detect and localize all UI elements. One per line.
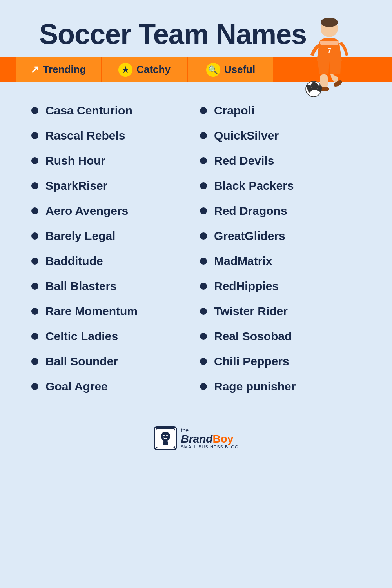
- content-section: Casa CenturionRascal RebelsRush HourSpar…: [0, 82, 392, 415]
- list-item: Barely Legal: [31, 223, 200, 249]
- team-name: Black Packers: [214, 179, 294, 193]
- team-name: Casa Centurion: [45, 103, 132, 118]
- list-item: MadMatrix: [200, 249, 368, 274]
- team-name: Ball Sounder: [45, 354, 118, 368]
- tab-accent-left: [0, 57, 16, 82]
- team-name: Rush Hour: [45, 154, 105, 168]
- list-item: SparkRiser: [31, 173, 200, 198]
- list-item: Ball Sounder: [31, 349, 200, 374]
- list-item: Casa Centurion: [31, 98, 200, 123]
- list-item: Real Sosobad: [200, 324, 368, 349]
- tab-trending-label: Trending: [43, 64, 86, 76]
- svg-point-9: [163, 435, 165, 436]
- team-name: Badditude: [45, 254, 103, 268]
- bullet: [200, 308, 207, 315]
- bullet: [200, 333, 207, 340]
- team-name: RedHippies: [214, 279, 279, 293]
- bullet: [31, 232, 38, 240]
- list-item: Rush Hour: [31, 148, 200, 173]
- list-item: Chili Peppers: [200, 349, 368, 374]
- team-name: Goal Agree: [45, 379, 108, 394]
- team-name: SparkRiser: [45, 179, 107, 193]
- team-name: MadMatrix: [214, 254, 272, 268]
- team-name: Ball Blasters: [45, 279, 117, 293]
- list-item: RedHippies: [200, 274, 368, 299]
- team-name: Rage punisher: [214, 379, 296, 394]
- left-column: Casa CenturionRascal RebelsRush HourSpar…: [31, 98, 200, 399]
- tab-catchy-label: Catchy: [136, 64, 171, 76]
- svg-point-1: [321, 18, 338, 27]
- tab-useful-label: Useful: [224, 64, 255, 76]
- bullet: [200, 283, 207, 290]
- list-item: Badditude: [31, 249, 200, 274]
- list-item: Rascal Rebels: [31, 123, 200, 148]
- soccer-player-illustration: 7: [274, 12, 361, 102]
- bullet: [31, 107, 38, 114]
- list-item: Aero Avengers: [31, 198, 200, 223]
- bullet: [200, 258, 207, 265]
- tab-useful[interactable]: 🔍 Useful: [188, 57, 274, 82]
- bullet: [200, 182, 207, 189]
- team-name: Barely Legal: [45, 229, 115, 243]
- bullet: [31, 157, 38, 164]
- bullet: [200, 232, 207, 240]
- brand-text: the BrandBoy SMALL BUSINESS BLOG: [181, 427, 239, 449]
- brand-logo: the BrandBoy SMALL BUSINESS BLOG: [154, 426, 239, 450]
- list-item: Black Packers: [200, 173, 368, 198]
- brand-tagline: SMALL BUSINESS BLOG: [181, 445, 239, 449]
- list-item: Goal Agree: [31, 374, 200, 399]
- team-name: Rascal Rebels: [45, 129, 125, 143]
- team-name: Real Sosobad: [214, 329, 292, 343]
- bullet: [31, 358, 38, 365]
- list-item: Celtic Ladies: [31, 324, 200, 349]
- brand-icon: [154, 426, 177, 450]
- list-item: Ball Blasters: [31, 274, 200, 299]
- list-item: Rare Momentum: [31, 299, 200, 324]
- useful-icon: 🔍: [206, 63, 220, 77]
- team-name: Rare Momentum: [45, 304, 138, 318]
- team-name: Red Devils: [214, 154, 274, 168]
- list-item: Red Devils: [200, 148, 368, 173]
- team-name: Chili Peppers: [214, 354, 289, 368]
- tab-catchy[interactable]: ★ Catchy: [102, 57, 188, 82]
- team-name: GreatGliders: [214, 229, 285, 243]
- bullet: [200, 207, 207, 214]
- bullet: [200, 132, 207, 139]
- team-name: Twister Rider: [214, 304, 288, 318]
- team-name: QuickSilver: [214, 129, 279, 143]
- bullet: [200, 107, 207, 114]
- trending-icon: ↗: [31, 64, 39, 76]
- team-name: Crapoli: [214, 103, 254, 118]
- footer-section: the BrandBoy SMALL BUSINESS BLOG: [0, 415, 392, 466]
- bullet: [31, 258, 38, 265]
- team-name: Celtic Ladies: [45, 329, 118, 343]
- bullet: [31, 283, 38, 290]
- bullet: [200, 358, 207, 365]
- team-name: Red Dragons: [214, 204, 287, 218]
- bullet: [31, 132, 38, 139]
- right-column: CrapoliQuickSilverRed DevilsBlack Packer…: [200, 98, 368, 399]
- tab-trending[interactable]: ↗ Trending: [16, 57, 102, 82]
- team-name: Aero Avengers: [45, 204, 128, 218]
- svg-point-10: [166, 435, 168, 436]
- list-item: QuickSilver: [200, 123, 368, 148]
- list-item: Red Dragons: [200, 198, 368, 223]
- bullet: [31, 308, 38, 315]
- svg-rect-11: [163, 441, 168, 445]
- list-item: Rage punisher: [200, 374, 368, 399]
- bullet: [31, 333, 38, 340]
- bullet: [31, 383, 38, 390]
- svg-text:7: 7: [328, 47, 331, 54]
- page-wrapper: Soccer Team Names 7: [0, 0, 392, 588]
- catchy-icon: ★: [118, 63, 132, 77]
- list-item: Twister Rider: [200, 299, 368, 324]
- bullet: [200, 157, 207, 164]
- svg-point-8: [161, 432, 170, 441]
- list-item: GreatGliders: [200, 223, 368, 249]
- bullet: [31, 207, 38, 214]
- header-section: Soccer Team Names 7: [0, 0, 392, 57]
- brand-name: BrandBoy: [181, 434, 234, 445]
- bullet: [200, 383, 207, 390]
- bullet: [31, 182, 38, 189]
